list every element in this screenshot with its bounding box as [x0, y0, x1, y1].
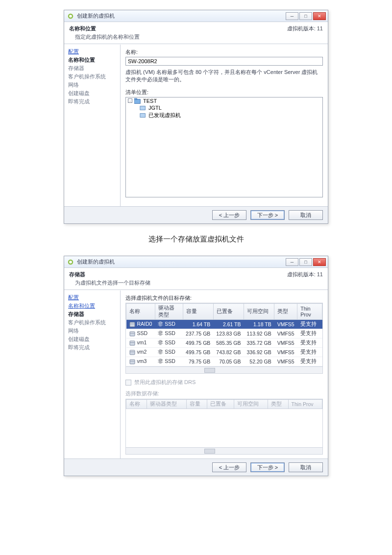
tree-label: JGTL: [148, 105, 162, 111]
horizontal-scrollbar[interactable]: [125, 448, 323, 455]
vm-version: 虚拟机版本: 11: [287, 25, 323, 41]
caption-middle: 选择一个存储放置虚拟机文件: [148, 235, 244, 244]
cell: 237.75 GB: [183, 329, 213, 338]
window-title: 创建新的虚拟机: [77, 258, 286, 265]
tree-item[interactable]: 已发现虚拟机: [126, 111, 322, 120]
sidebar-item: 创建磁盘: [68, 335, 116, 343]
close-button[interactable]: ✕: [313, 12, 326, 20]
cell: vm1: [126, 338, 155, 348]
step-title: 名称和位置: [69, 25, 140, 32]
svg-point-1: [69, 15, 72, 18]
datastore-row[interactable]: vm3非 SSD79.75 GB70.05 GB52.20 GBVMFS5受支持: [126, 357, 322, 366]
datastore-row[interactable]: vm1非 SSD499.75 GB585.35 GB335.72 GBVMFS5…: [126, 338, 322, 348]
cell: VMFS5: [274, 329, 297, 338]
cell: 1.64 TB: [183, 320, 213, 329]
step-title: 存储器: [69, 271, 150, 278]
step-subtitle: 指定此虚拟机的名称和位置: [75, 33, 140, 41]
dialog-storage: 创建新的虚拟机 ─ □ ✕ 存储器 为虚拟机文件选择一个目标存储 虚拟机版本: …: [64, 256, 328, 476]
cell: 1.18 TB: [244, 320, 274, 329]
cell: VMFS5: [274, 338, 297, 348]
cell: 123.83 GB: [213, 329, 244, 338]
sidebar-item[interactable]: 名称和位置: [68, 302, 116, 310]
column-header[interactable]: 容量: [183, 304, 213, 320]
back-button[interactable]: < 上一步: [212, 462, 246, 472]
svg-rect-13: [130, 341, 135, 342]
column-header[interactable]: 可用空间: [244, 304, 274, 320]
column-header: 可用空间: [234, 400, 268, 409]
sublist-label: 选择数据存储:: [125, 390, 323, 397]
window-buttons: ─ □ ✕: [286, 258, 326, 266]
datastore-table[interactable]: 名称驱动器类型容量已置备可用空间类型Thin Prov RAID0非 SSD1.…: [126, 303, 322, 366]
column-header[interactable]: 类型: [274, 304, 297, 320]
cell: VMFS5: [274, 348, 297, 357]
svg-rect-4: [140, 106, 146, 110]
column-header: 容量: [187, 400, 207, 409]
datastore-row[interactable]: SSD非 SSD237.75 GB123.83 GB113.92 GBVMFS5…: [126, 329, 322, 338]
cell: 受支持: [297, 357, 322, 366]
dialog-name-location: 创建新的虚拟机 ─ □ ✕ 名称和位置 指定此虚拟机的名称和位置 虚拟机版本: …: [64, 10, 328, 224]
collapse-icon[interactable]: -: [128, 98, 132, 103]
cancel-button[interactable]: 取消: [289, 462, 323, 472]
column-header[interactable]: 名称: [126, 304, 155, 320]
name-input[interactable]: [125, 57, 323, 66]
minimize-button[interactable]: ─: [286, 258, 298, 266]
close-button[interactable]: ✕: [313, 258, 326, 266]
cancel-button[interactable]: 取消: [289, 210, 323, 220]
wizard-header: 名称和位置 指定此虚拟机的名称和位置 虚拟机版本: 11: [64, 22, 328, 44]
list-label: 选择虚拟机文件的目标存储:: [125, 294, 323, 302]
minimize-button[interactable]: ─: [286, 12, 298, 20]
name-label: 名称:: [125, 48, 323, 56]
tree-root[interactable]: - TEST: [126, 97, 322, 104]
cell: 受支持: [297, 320, 322, 329]
maximize-button[interactable]: □: [299, 12, 312, 20]
titlebar[interactable]: 创建新的虚拟机 ─ □ ✕: [64, 10, 328, 22]
datastore-row[interactable]: vm2非 SSD499.75 GB743.82 GB336.92 GBVMFS5…: [126, 348, 322, 357]
column-header[interactable]: 已置备: [213, 304, 244, 320]
wizard-footer: < 上一步 下一步 > 取消: [64, 458, 328, 476]
svg-rect-9: [130, 322, 135, 324]
cell: 743.82 GB: [213, 348, 244, 357]
sidebar-item[interactable]: 配置: [68, 293, 116, 302]
step-subtitle: 为虚拟机文件选择一个目标存储: [75, 279, 150, 287]
next-button[interactable]: 下一步 >: [250, 210, 285, 220]
datastore-icon: [129, 322, 135, 328]
svg-rect-15: [130, 350, 135, 352]
sidebar-item: 创建磁盘: [68, 89, 116, 97]
cell: vm2: [126, 348, 155, 357]
sidebar-item: 存储器: [68, 64, 116, 72]
cell: vm3: [126, 357, 155, 366]
datastore-row[interactable]: RAID0非 SSD1.64 TB2.61 TB1.18 TBVMFS5受支持: [126, 320, 322, 329]
sidebar-item: 客户机操作系统: [68, 318, 116, 327]
cell: 499.75 GB: [183, 338, 213, 348]
column-header[interactable]: 驱动器类型: [155, 304, 183, 320]
sidebar-item[interactable]: 配置: [68, 48, 116, 56]
cell: SSD: [126, 329, 155, 338]
svg-rect-17: [130, 360, 135, 361]
cell: 受支持: [297, 338, 322, 348]
inventory-tree[interactable]: - TEST JGTL 已发现虚拟机: [125, 97, 323, 197]
column-header: Thin Prov: [288, 400, 322, 409]
back-button[interactable]: < 上一步: [212, 210, 246, 220]
drs-checkbox[interactable]: [125, 380, 131, 386]
titlebar[interactable]: 创建新的虚拟机 ─ □ ✕: [64, 256, 328, 268]
sub-datastore-table: 名称驱动器类型容量已置备可用空间类型Thin Prov: [126, 399, 322, 409]
column-header[interactable]: Thin Prov: [297, 304, 322, 320]
sidebar-item: 网络: [68, 327, 116, 335]
sidebar-item: 存储器: [68, 310, 116, 318]
horizontal-scrollbar[interactable]: [125, 367, 323, 374]
column-header: 类型: [268, 400, 288, 409]
cell: RAID0: [126, 320, 155, 329]
datastore-icon: [129, 340, 135, 346]
cell: 非 SSD: [155, 329, 183, 338]
cell: 499.75 GB: [183, 348, 213, 357]
inventory-label: 清单位置:: [125, 89, 323, 96]
wizard-sidebar: 配置名称和位置存储器客户机操作系统网络创建磁盘即将完成: [64, 290, 121, 458]
cell: 受支持: [297, 329, 322, 338]
tree-item[interactable]: JGTL: [126, 104, 322, 111]
next-button[interactable]: 下一步 >: [250, 462, 285, 472]
cell: 非 SSD: [155, 357, 183, 366]
svg-rect-5: [140, 114, 146, 118]
sidebar-item: 客户机操作系统: [68, 72, 116, 81]
maximize-button[interactable]: □: [299, 258, 312, 266]
name-hint: 虚拟机 (VM) 名称最多可包含 80 个字符，并且名称在每个 vCenter …: [125, 69, 323, 84]
